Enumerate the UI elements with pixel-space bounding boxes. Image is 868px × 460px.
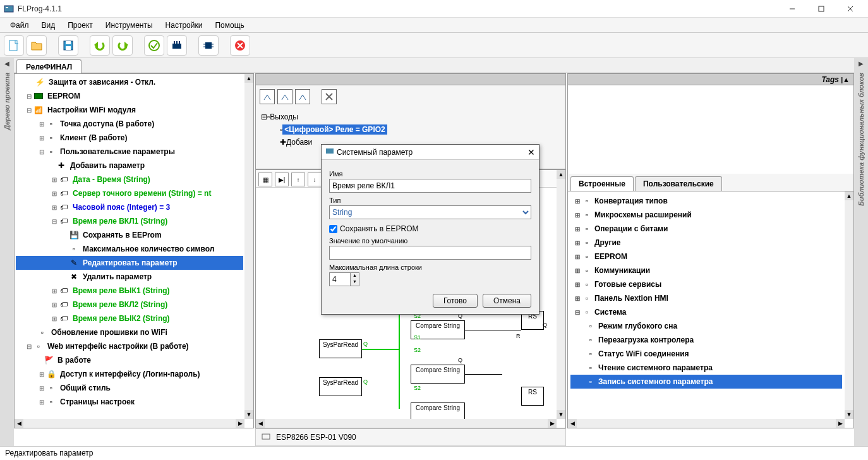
- left-rail-toggle[interactable]: ◀: [3, 58, 11, 69]
- lib-item[interactable]: ⊞▫Готовые сервисы: [570, 277, 842, 291]
- expand-icon[interactable]: ⊞: [50, 301, 59, 308]
- canvas-btn-2[interactable]: ▶|: [275, 172, 289, 186]
- canvas-btn-down[interactable]: ↓: [308, 172, 322, 186]
- lib-subitem[interactable]: ▫Режим глубокого сна: [570, 319, 842, 333]
- lib-subitem[interactable]: ▫Чтение системного параметра: [570, 361, 842, 375]
- menu-tools[interactable]: Инструменты: [99, 19, 159, 32]
- tree-item[interactable]: Обновление прошивки по WiFi: [49, 327, 169, 338]
- lib-item[interactable]: ⊞▫EEPROM: [570, 250, 842, 263]
- tree-item[interactable]: Время реле ВЫК1 (String): [71, 285, 172, 296]
- expand-icon[interactable]: ⊟: [261, 112, 267, 121]
- maximize-button[interactable]: [807, 1, 835, 16]
- lib-item[interactable]: ⊞▫Конвертация типов: [570, 194, 842, 208]
- stop-button[interactable]: [230, 35, 250, 56]
- lib-subitem[interactable]: ▫Перезагрузка контролера: [570, 333, 842, 347]
- expand-icon[interactable]: ⊞: [50, 204, 59, 211]
- expand-icon[interactable]: ⊞: [50, 288, 59, 294]
- spin-down[interactable]: ▼: [350, 279, 359, 286]
- tree-item[interactable]: Точка доступа (В работе): [58, 118, 156, 130]
- expand-icon[interactable]: ⊟: [25, 107, 33, 114]
- lib-item[interactable]: ⊟▫Система: [570, 305, 842, 319]
- expand-icon[interactable]: ⊞: [50, 176, 59, 183]
- board-button[interactable]: [167, 35, 187, 56]
- redo-button[interactable]: [112, 35, 133, 56]
- tree-item[interactable]: Страницы настроек: [58, 396, 136, 408]
- tree-item[interactable]: Время реле ВЫК2 (String): [71, 313, 172, 324]
- lib-item[interactable]: ⊞▫Панель Nextion HMI: [570, 291, 842, 305]
- expand-icon[interactable]: ⊟: [37, 148, 46, 155]
- expand-icon[interactable]: ⊟: [25, 93, 33, 100]
- lib-item[interactable]: ⊞▫Коммуникации: [570, 263, 842, 277]
- lib-subitem-selected[interactable]: ▫Запись системного параметра: [570, 375, 842, 389]
- out-btn-1[interactable]: [260, 89, 275, 104]
- tree-item[interactable]: Добавить параметр: [68, 160, 147, 171]
- tree-item[interactable]: Дата - Время (String): [71, 174, 152, 185]
- tree-item[interactable]: Сервер точного времени (String) = nt: [71, 188, 213, 199]
- right-rail-toggle[interactable]: ▶: [857, 58, 865, 69]
- save-button[interactable]: [58, 35, 78, 56]
- minimize-button[interactable]: [778, 1, 806, 16]
- menu-project[interactable]: Проект: [61, 19, 99, 32]
- library-vscrollbar[interactable]: ▲▼: [845, 191, 853, 419]
- tree-item[interactable]: Общий стиль: [58, 382, 112, 394]
- ok-button[interactable]: Готово: [433, 294, 478, 308]
- expand-icon[interactable]: ⊞: [37, 399, 46, 406]
- out-close-button[interactable]: [322, 89, 337, 104]
- out-btn-3[interactable]: [295, 89, 310, 104]
- tree-item[interactable]: Доступ к интерфейсу (Логин-пароль): [58, 368, 202, 380]
- block-sysparread[interactable]: SysParRead: [319, 377, 362, 396]
- canvas-vscrollbar[interactable]: ▲▼: [557, 170, 565, 419]
- tree-item[interactable]: Время реле ВКЛ2 (String): [71, 299, 169, 310]
- check-button[interactable]: [144, 35, 164, 56]
- outputs-title[interactable]: Выходы: [270, 112, 298, 121]
- spin-up[interactable]: ▲: [350, 273, 359, 279]
- lib-item[interactable]: ⊞▫Другие: [570, 236, 842, 250]
- expand-icon[interactable]: ⊞: [50, 190, 59, 197]
- tree-item[interactable]: Часовой пояс (Integer) = 3: [71, 202, 172, 213]
- tree-item[interactable]: Удалить параметр: [81, 271, 154, 282]
- close-button[interactable]: [836, 1, 864, 16]
- block-compare[interactable]: Compare String: [411, 365, 465, 384]
- default-input[interactable]: [329, 246, 531, 260]
- expand-icon[interactable]: ⊞: [50, 315, 59, 322]
- tree-item[interactable]: Настройки WiFi модуля: [45, 104, 138, 116]
- type-select[interactable]: String: [329, 205, 531, 219]
- project-tab[interactable]: РелеФИНАЛ: [16, 59, 81, 74]
- library-hscrollbar[interactable]: ◀▶: [568, 419, 845, 428]
- canvas-btn-1[interactable]: ▦: [258, 172, 272, 186]
- name-input[interactable]: [329, 179, 531, 193]
- cancel-button[interactable]: Отмена: [483, 294, 531, 308]
- expand-icon[interactable]: ⊟: [50, 218, 59, 225]
- expand-icon[interactable]: ⊞: [37, 371, 46, 378]
- menu-view[interactable]: Вид: [35, 19, 62, 32]
- expand-icon[interactable]: ⊞: [37, 135, 46, 142]
- block-rs[interactable]: RS: [521, 387, 544, 406]
- undo-button[interactable]: [90, 35, 110, 56]
- tab-user[interactable]: Пользовательские: [635, 176, 722, 191]
- new-button[interactable]: [4, 35, 24, 56]
- lib-item[interactable]: ⊞▫Операции с битами: [570, 222, 842, 236]
- tree-item[interactable]: Пользовательские параметры: [58, 146, 177, 157]
- tags-bar[interactable]: Tags |▲: [568, 74, 853, 85]
- project-tree[interactable]: ⚡Защита от зависания - Откл. ⊟EEPROM ⊟На…: [15, 74, 244, 410]
- menu-settings[interactable]: Настройки: [159, 19, 209, 32]
- tree-item[interactable]: Время реле ВКЛ1 (String): [71, 215, 169, 227]
- expand-icon[interactable]: ⊞: [37, 385, 46, 392]
- lib-item[interactable]: ⊞▫Микросхемы расширений: [570, 208, 842, 222]
- tree-item[interactable]: Клиент (В работе): [58, 132, 129, 143]
- canvas-btn-up[interactable]: ↑: [291, 172, 305, 186]
- tree-vscrollbar[interactable]: ▲▼: [244, 74, 253, 419]
- block-sysparread[interactable]: SysParRead: [319, 339, 362, 358]
- canvas-hscrollbar[interactable]: ◀▶: [256, 419, 557, 428]
- dialog-close-button[interactable]: ✕: [527, 147, 535, 157]
- tree-item[interactable]: EEPROM: [45, 90, 82, 102]
- add-output[interactable]: Добави: [286, 138, 312, 147]
- chip-button[interactable]: [198, 35, 219, 56]
- gpio-output[interactable]: <Цифровой> Реле = GPIO2: [282, 124, 387, 135]
- eeprom-checkbox[interactable]: [329, 225, 337, 233]
- tree-item[interactable]: Максимальное количество символ: [81, 243, 216, 255]
- expand-icon[interactable]: ⊟: [25, 343, 33, 350]
- menu-help[interactable]: Помощь: [208, 19, 250, 32]
- tree-hscrollbar[interactable]: ◀▶: [15, 419, 244, 428]
- menu-file[interactable]: Файл: [4, 19, 35, 32]
